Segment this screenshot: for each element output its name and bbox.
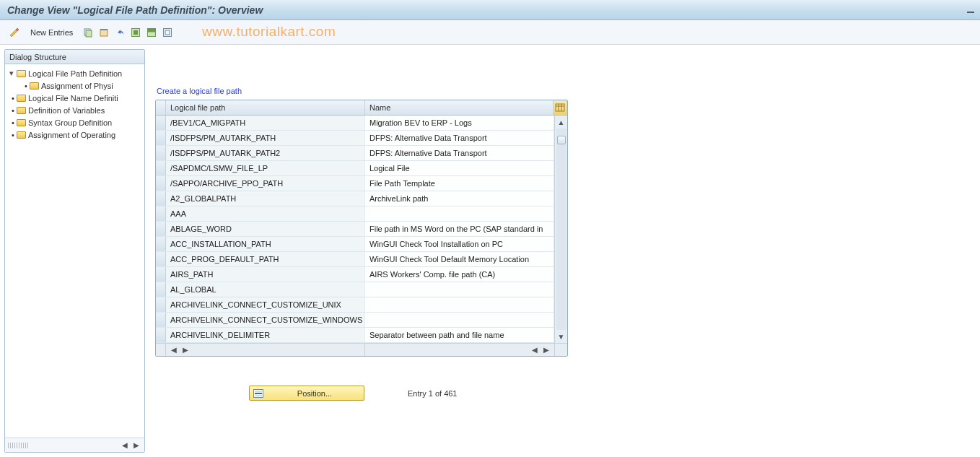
table-body: /BEV1/CA_MIGPATHMigration BEV to ERP - L… (156, 116, 554, 343)
cell-logical-path[interactable]: A2_GLOBALPATH (166, 191, 365, 206)
cell-name[interactable]: Migration BEV to ERP - Logs (365, 116, 554, 130)
cell-name[interactable] (365, 206, 554, 221)
table-row: /SAPPO/ARCHIVE_PPO_PATHFile Path Templat… (156, 176, 554, 191)
cell-logical-path[interactable]: AAA (166, 206, 365, 221)
cell-name[interactable]: Separator between path and file name (365, 328, 554, 342)
cell-logical-path[interactable]: AL_GLOBAL (166, 282, 365, 297)
footer-row: Position... Entry 1 of 461 (249, 386, 976, 401)
cell-name[interactable]: File Path Template (365, 176, 554, 191)
new-entries-button[interactable]: New Entries (25, 25, 79, 40)
cell-logical-path[interactable]: /ISDFPS/PM_AUTARK_PATH (166, 131, 365, 145)
cell-name[interactable]: Logical File (365, 161, 554, 175)
tree-node-label: Assignment of Physi (41, 82, 113, 90)
cell-name[interactable]: DFPS: Alternative Data Transport (365, 146, 554, 160)
tree-scroll-left-icon[interactable]: ◀ (120, 440, 130, 451)
cell-logical-path[interactable]: /SAPDMC/LSMW_FILE_LP (166, 161, 365, 175)
cell-name[interactable]: ArchiveLink path (365, 191, 554, 206)
row-selector[interactable] (156, 328, 166, 342)
position-button-label: Position... (268, 389, 361, 398)
tree-node[interactable]: •Syntax Group Definition (5, 116, 144, 129)
cell-logical-path[interactable]: ARCHIVELINK_CONNECT_CUSTOMIZE_WINDOWS (166, 313, 365, 327)
tree-scroll-right-icon[interactable]: ▶ (131, 440, 141, 451)
column-header-logical-path[interactable]: Logical file path (166, 100, 365, 115)
cell-name[interactable]: File path in MS Word on the PC (SAP stan… (365, 222, 554, 236)
scroll-thumb[interactable] (557, 136, 566, 144)
row-selector[interactable] (156, 191, 166, 206)
table-row: ARCHIVELINK_DELIMITERSeparator between p… (156, 328, 554, 343)
delete-icon[interactable] (97, 25, 110, 40)
position-button[interactable]: Position... (249, 386, 364, 401)
row-selector[interactable] (156, 176, 166, 191)
section-title: Create a logical file path (157, 87, 976, 95)
cell-name[interactable] (365, 313, 554, 327)
row-selector[interactable] (156, 161, 166, 175)
cell-name[interactable]: DFPS: Alternative Data Transport (365, 131, 554, 145)
svg-rect-3 (100, 30, 108, 36)
undo-change-icon[interactable] (113, 25, 126, 40)
cell-name[interactable] (365, 282, 554, 297)
folder-icon (17, 107, 26, 114)
scroll-down-icon[interactable]: ▼ (556, 331, 566, 341)
minimize-icon[interactable] (966, 4, 976, 14)
toggle-change-icon[interactable] (7, 25, 22, 40)
cell-name[interactable]: WinGUI Check Tool Default Memory Locatio… (365, 252, 554, 266)
bullet-icon: • (22, 82, 30, 90)
tree-node[interactable]: •Definition of Variables (5, 104, 144, 116)
row-selector[interactable] (156, 267, 166, 282)
resize-grip-icon[interactable] (8, 443, 30, 448)
row-selector[interactable] (156, 252, 166, 266)
vertical-scrollbar[interactable]: ▲ ▼ (554, 116, 567, 343)
col2-scroll-right-icon[interactable]: ▶ (541, 345, 551, 355)
row-selector[interactable] (156, 282, 166, 297)
row-selector-header[interactable] (156, 100, 166, 115)
row-selector[interactable] (156, 297, 166, 312)
cell-name[interactable] (365, 297, 554, 312)
copy-as-icon[interactable] (82, 25, 95, 40)
cell-logical-path[interactable]: ARCHIVELINK_DELIMITER (166, 328, 365, 342)
scroll-track[interactable] (556, 129, 566, 330)
tree-node[interactable]: •Assignment of Physi (5, 79, 144, 92)
cell-logical-path[interactable]: /SAPPO/ARCHIVE_PPO_PATH (166, 176, 365, 191)
row-selector[interactable] (156, 116, 166, 130)
select-block-icon[interactable] (145, 25, 158, 40)
tree-node[interactable]: •Assignment of Operating (5, 129, 144, 141)
entry-status: Entry 1 of 461 (408, 389, 458, 398)
cell-logical-path[interactable]: ACC_INSTALLATION_PATH (166, 237, 365, 251)
bullet-icon: • (9, 94, 17, 103)
tree-node[interactable]: •Logical File Name Definiti (5, 92, 144, 104)
svg-rect-6 (134, 30, 138, 35)
col1-scroll-left-icon[interactable]: ◀ (169, 345, 179, 355)
cell-logical-path[interactable]: ACC_PROG_DEFAULT_PATH (166, 252, 365, 266)
folder-open-icon (17, 70, 26, 77)
table: Logical file path Name /BEV1/CA_MIGPATHM… (155, 100, 568, 357)
row-selector[interactable] (156, 206, 166, 221)
cell-name[interactable]: AIRS Workers' Comp. file path (CA) (365, 267, 554, 282)
table-row: AAA (156, 206, 554, 222)
twisty-icon[interactable]: ▾ (9, 69, 17, 78)
cell-logical-path[interactable]: /ISDFPS/PM_AUTARK_PATH2 (166, 146, 365, 160)
row-selector[interactable] (156, 237, 166, 251)
scroll-up-icon[interactable]: ▲ (556, 117, 566, 127)
row-selector[interactable] (156, 313, 166, 327)
select-all-icon[interactable] (129, 25, 142, 40)
cell-logical-path[interactable]: ABLAGE_WORD (166, 222, 365, 236)
row-selector[interactable] (156, 222, 166, 236)
svg-rect-18 (255, 395, 262, 396)
cell-logical-path[interactable]: /BEV1/CA_MIGPATH (166, 116, 365, 130)
col2-scroll-left-icon[interactable]: ◀ (530, 345, 540, 355)
row-selector[interactable] (156, 146, 166, 160)
table-config-icon[interactable] (553, 100, 567, 115)
tree-node-label: Definition of Variables (28, 106, 105, 115)
cell-name[interactable]: WinGUI Check Tool Installation on PC (365, 237, 554, 251)
tree-node[interactable]: ▾Logical File Path Definition (5, 67, 144, 79)
title-bar: Change View "Logical File Path Definitio… (0, 0, 980, 20)
deselect-all-icon[interactable] (161, 25, 174, 40)
column-header-name[interactable]: Name (365, 100, 553, 115)
tree-node-label: Syntax Group Definition (28, 118, 112, 127)
cell-logical-path[interactable]: ARCHIVELINK_CONNECT_CUSTOMIZE_UNIX (166, 297, 365, 312)
row-selector[interactable] (156, 131, 166, 145)
cell-logical-path[interactable]: AIRS_PATH (166, 267, 365, 282)
table-row: ARCHIVELINK_CONNECT_CUSTOMIZE_UNIX (156, 297, 554, 313)
col1-scroll-right-icon[interactable]: ▶ (180, 345, 191, 355)
table-row: /ISDFPS/PM_AUTARK_PATH2DFPS: Alternative… (156, 146, 554, 161)
